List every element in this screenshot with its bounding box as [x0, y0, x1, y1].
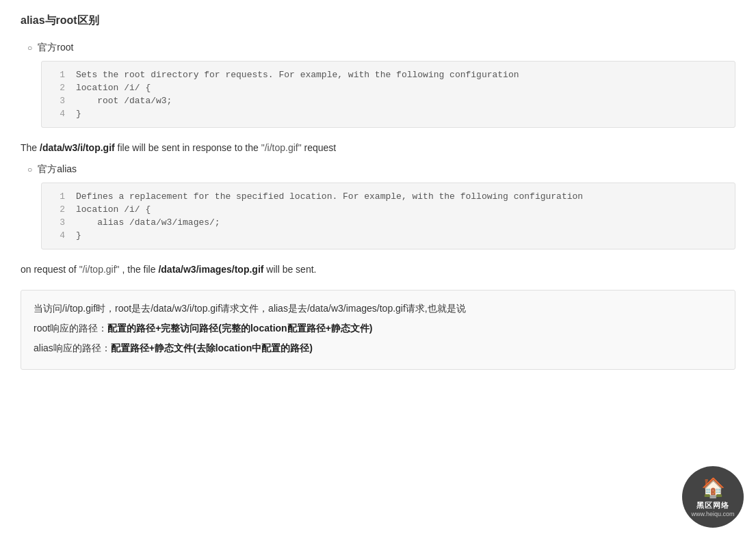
section-alias: ○ 官方alias 1 Defines a replacement for th… — [21, 163, 735, 249]
code-line: 1 Sets the root directory for requests. … — [42, 68, 735, 81]
bullet-dot-root: ○ — [27, 43, 32, 53]
code-block-alias: 1 Defines a replacement for the specifie… — [41, 183, 735, 249]
prose-bold-path-1: /data/w3/i/top.gif — [40, 142, 115, 153]
code-line: 2 location /i/ { — [42, 81, 735, 94]
line-content: root /data/w3; — [76, 96, 172, 106]
line-num: 4 — [49, 230, 65, 241]
code-line: 3 root /data/w3; — [42, 94, 735, 107]
code-block-root: 1 Sets the root directory for requests. … — [41, 61, 735, 128]
info-line-3-bold: 配置路径+静态文件(去除location中配置的路径) — [111, 342, 313, 353]
bullet-label-root: 官方root — [38, 42, 73, 54]
bullet-label-alias: 官方alias — [38, 163, 77, 176]
prose-middle-2: , the file — [120, 264, 159, 275]
prose-after-1: request — [302, 142, 337, 153]
line-num: 3 — [49, 217, 65, 228]
code-line: 1 Defines a replacement for the specifie… — [42, 190, 735, 203]
line-content: location /i/ { — [76, 83, 151, 93]
line-content: alias /data/w3/images/; — [76, 217, 220, 228]
line-content: Sets the root directory for requests. Fo… — [76, 70, 519, 80]
line-num: 2 — [49, 83, 65, 93]
prose-before-1: The — [21, 142, 40, 153]
line-num: 4 — [49, 109, 65, 119]
prose-middle-1: file will be sent in response to the — [115, 142, 261, 153]
prose-before-2: on request of — [21, 264, 79, 275]
info-line-2-bold: 配置的路径+完整访问路径(完整的location配置路径+静态文件) — [107, 323, 372, 334]
prose-quoted-1: "/i/top.gif" — [261, 142, 302, 153]
line-content: location /i/ { — [76, 204, 151, 215]
line-content: } — [76, 230, 81, 241]
bullet-item-root: ○ 官方root — [21, 42, 735, 54]
prose-quoted-2: "/i/top.gif" — [79, 264, 120, 275]
line-num: 3 — [49, 96, 65, 106]
prose-after-2: will be sent. — [263, 264, 316, 275]
code-line: 4 } — [42, 107, 735, 120]
section-root: ○ 官方root 1 Sets the root directory for r… — [21, 42, 735, 128]
info-line-3-pre: alias响应的路径： — [34, 342, 111, 353]
info-line-2-pre: root响应的路径： — [34, 323, 107, 334]
code-line: 3 alias /data/w3/images/; — [42, 216, 735, 229]
prose-text-1: The /data/w3/i/top.gif file will be sent… — [21, 140, 735, 155]
line-content: Defines a replacement for the specified … — [76, 191, 583, 202]
code-line: 4 } — [42, 229, 735, 242]
info-box: 当访问/i/top.gif时，root是去/data/w3/i/top.gif请… — [21, 290, 735, 370]
line-content: } — [76, 109, 81, 119]
prose-text-2: on request of "/i/top.gif" , the file /d… — [21, 262, 735, 277]
bullet-dot-alias: ○ — [27, 165, 32, 174]
info-line-3: alias响应的路径：配置路径+静态文件(去除location中配置的路径) — [34, 340, 722, 357]
line-num: 1 — [49, 70, 65, 80]
info-line-1: 当访问/i/top.gif时，root是去/data/w3/i/top.gif请… — [34, 300, 722, 317]
code-line: 2 location /i/ { — [42, 203, 735, 216]
line-num: 2 — [49, 204, 65, 215]
bullet-item-alias: ○ 官方alias — [21, 163, 735, 176]
info-line-2: root响应的路径：配置的路径+完整访问路径(完整的location配置路径+静… — [34, 320, 722, 337]
page-title: alias与root区别 — [21, 14, 735, 28]
prose-bold-path-2: /data/w3/images/top.gif — [158, 264, 263, 275]
line-num: 1 — [49, 191, 65, 202]
